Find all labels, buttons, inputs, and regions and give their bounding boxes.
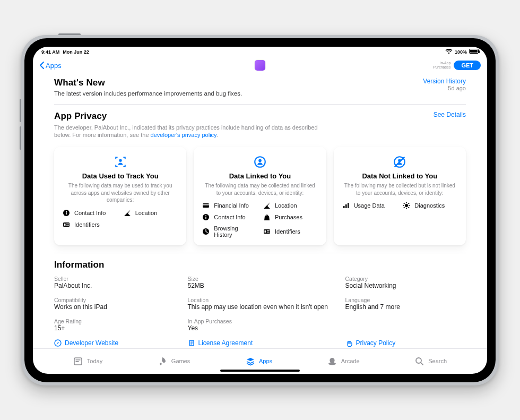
privacy-data-item: Financial Info bbox=[202, 202, 257, 209]
info-label: Language bbox=[345, 297, 466, 303]
bars-icon bbox=[342, 202, 350, 209]
info-value: Works on this iPad bbox=[54, 303, 175, 311]
arcade-icon bbox=[327, 356, 337, 366]
information-heading: Information bbox=[54, 260, 466, 270]
battery-pct: 100% bbox=[455, 49, 467, 55]
iap-label: In-App Purchases bbox=[433, 61, 450, 69]
info-value: Social Networking bbox=[345, 282, 466, 289]
version-history-link[interactable]: Version History bbox=[423, 78, 466, 85]
apps-icon bbox=[245, 356, 255, 366]
doc-icon bbox=[188, 339, 195, 347]
status-time: 9:41 AM bbox=[41, 49, 59, 55]
privacy-card[interactable]: Data Used to Track YouThe following data… bbox=[54, 147, 186, 245]
info-label: Location bbox=[188, 297, 333, 303]
developer-privacy-policy-link[interactable]: developer's privacy policy bbox=[151, 132, 216, 138]
info-label: Category bbox=[345, 276, 466, 282]
privacy-card[interactable]: Data Not Linked to YouThe following may … bbox=[334, 147, 466, 245]
privacy-card-blurb: The following data may be used to track … bbox=[63, 182, 178, 204]
info-link[interactable]: License Agreement bbox=[188, 339, 333, 347]
tab-label: Arcade bbox=[341, 358, 360, 364]
info-label: In-App Purchases bbox=[188, 318, 333, 324]
hand-icon bbox=[345, 339, 353, 347]
privacy-data-item: Contact Info bbox=[202, 213, 257, 221]
bag-icon bbox=[263, 213, 271, 221]
privacy-card-blurb: The following may be collected but is no… bbox=[342, 182, 457, 196]
status-bar: 9:41 AM Mon Jun 22 100% bbox=[33, 47, 487, 57]
search-icon bbox=[414, 356, 424, 366]
info-value: This app may use location even when it i… bbox=[188, 303, 333, 311]
info-value: English and 7 more bbox=[345, 303, 466, 311]
id-icon bbox=[63, 221, 70, 228]
privacy-card[interactable]: Data Linked to YouThe following data may… bbox=[194, 147, 326, 245]
status-date: Mon Jun 22 bbox=[63, 49, 89, 55]
info-item: CategorySocial Networking bbox=[345, 276, 466, 289]
ipad-frame: 9:41 AM Mon Jun 22 100% A bbox=[21, 35, 499, 385]
privacy-card-title: Data Linked to You bbox=[202, 172, 317, 180]
info-item: LanguageEnglish and 7 more bbox=[345, 297, 466, 311]
today-icon bbox=[73, 356, 83, 366]
privacy-data-item: Identifiers bbox=[63, 221, 117, 228]
info-link[interactable]: Privacy Policy bbox=[345, 339, 466, 347]
battery-icon bbox=[469, 49, 479, 55]
privacy-data-item: Purchases bbox=[263, 213, 318, 221]
privacy-card-blurb: The following data may be collected and … bbox=[202, 182, 317, 196]
whats-new-age: 5d ago bbox=[423, 85, 466, 91]
privacy-data-item: Browsing History bbox=[202, 225, 257, 238]
rocket-icon bbox=[158, 356, 167, 366]
privacy-data-item: Location bbox=[263, 202, 318, 209]
back-label: Apps bbox=[46, 62, 62, 70]
privacy-card-icon bbox=[202, 155, 317, 169]
info-item: In-App PurchasesYes bbox=[188, 318, 333, 332]
info-value: 15+ bbox=[54, 324, 175, 332]
info-link[interactable]: Developer Website bbox=[54, 339, 175, 347]
info-label: Seller bbox=[54, 276, 175, 282]
info-value: 52MB bbox=[188, 282, 333, 289]
divider bbox=[54, 253, 466, 253]
id-icon bbox=[263, 228, 271, 235]
info-icon bbox=[202, 213, 210, 221]
info-item bbox=[345, 318, 466, 332]
tab-label: Today bbox=[87, 358, 102, 364]
info-icon bbox=[63, 209, 70, 217]
clock-icon bbox=[202, 228, 210, 235]
tab-search[interactable]: Search bbox=[414, 356, 447, 366]
info-value: Yes bbox=[188, 324, 333, 332]
privacy-data-item: Contact Info bbox=[63, 209, 117, 217]
home-indicator bbox=[220, 370, 300, 372]
nav-bar: Apps In-App Purchases GET bbox=[33, 57, 487, 74]
info-value: PalAbout Inc. bbox=[54, 282, 175, 289]
location-icon bbox=[263, 202, 271, 209]
whats-new-body: The latest version includes performance … bbox=[54, 90, 242, 97]
privacy-data-item: Identifiers bbox=[263, 225, 318, 238]
compass-icon bbox=[54, 339, 62, 347]
info-label: Size bbox=[188, 276, 333, 282]
gear-icon bbox=[403, 202, 410, 209]
info-item: Size52MB bbox=[188, 276, 333, 289]
privacy-data-item: Usage Data bbox=[342, 202, 397, 209]
get-button[interactable]: GET bbox=[454, 61, 481, 70]
info-item: SellerPalAbout Inc. bbox=[54, 276, 175, 289]
info-item: LocationThis app may use location even w… bbox=[188, 297, 333, 311]
info-label: Age Rating bbox=[54, 318, 175, 324]
info-label: Compatibility bbox=[54, 297, 175, 303]
privacy-card-icon bbox=[342, 155, 457, 169]
tab-today[interactable]: Today bbox=[73, 356, 102, 366]
app-privacy-desc: The developer, PalAbout Inc., indicated … bbox=[54, 124, 330, 140]
privacy-card-icon bbox=[63, 155, 178, 169]
tab-arcade[interactable]: Arcade bbox=[327, 356, 360, 366]
location-icon bbox=[124, 209, 131, 217]
chevron-left-icon bbox=[39, 62, 45, 69]
card-icon bbox=[202, 202, 210, 209]
back-button[interactable]: Apps bbox=[39, 62, 62, 70]
privacy-card-title: Data Used to Track You bbox=[63, 172, 178, 180]
tab-apps[interactable]: Apps bbox=[245, 356, 272, 366]
tab-label: Games bbox=[171, 358, 190, 364]
app-privacy-heading: App Privacy bbox=[54, 111, 330, 122]
info-item: Age Rating15+ bbox=[54, 318, 175, 332]
content: What's New The latest version includes p… bbox=[33, 74, 487, 348]
whats-new-heading: What's New bbox=[54, 78, 242, 88]
tab-label: Search bbox=[428, 358, 447, 364]
see-details-link[interactable]: See Details bbox=[434, 111, 466, 118]
privacy-data-item: Diagnostics bbox=[403, 202, 457, 209]
tab-games[interactable]: Games bbox=[158, 356, 190, 366]
